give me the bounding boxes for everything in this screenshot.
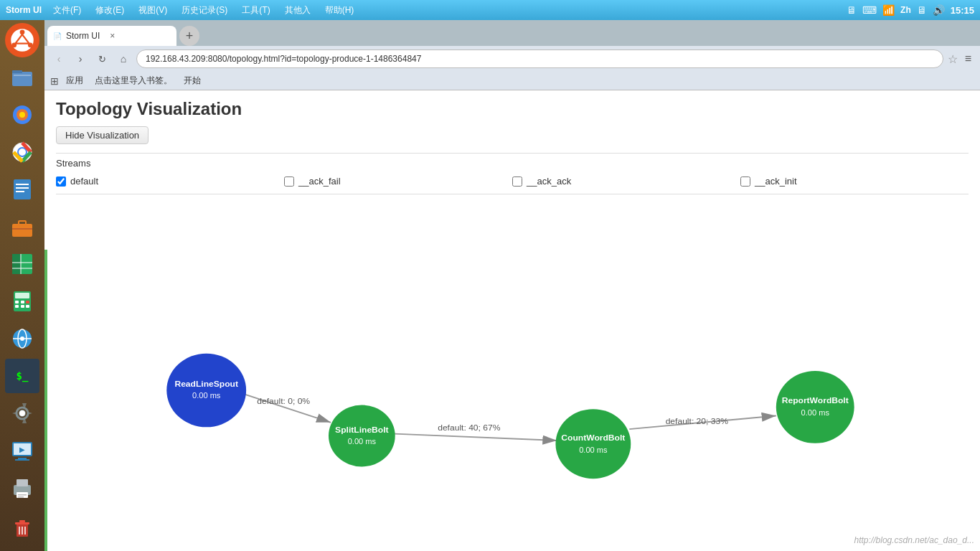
node-countwordbolt-label: CountWordBolt: [561, 433, 625, 441]
spreadsheet-icon[interactable]: [5, 247, 39, 281]
calc-icon[interactable]: [5, 284, 39, 319]
streams-checkboxes: default __ack_fail __ack_ack __ack_: [56, 173, 969, 189]
system-tray-icon: 🖥: [847, 4, 857, 16]
node-reportwordbolt-sublabel: 0.00 ms: [801, 408, 829, 417]
menu-view[interactable]: 视图(V): [136, 3, 170, 18]
home-icon: ⌂: [121, 53, 126, 65]
svg-rect-21: [12, 254, 21, 274]
terminal-icon[interactable]: $_: [5, 359, 39, 393]
stream-label-default: default: [70, 176, 98, 187]
text-editor-icon[interactable]: [5, 172, 39, 207]
trash-icon[interactable]: [5, 511, 39, 545]
node-countwordbolt[interactable]: [555, 409, 631, 479]
svg-rect-13: [14, 179, 31, 199]
svg-rect-6: [14, 75, 31, 76]
stream-label-ack-ack: __ack_ack: [527, 176, 571, 187]
stream-item-default: default: [56, 176, 284, 187]
menu-file[interactable]: 文件(F): [50, 3, 84, 18]
edge-label-2: default: 40; 67%: [438, 423, 500, 431]
menu-help[interactable]: 帮助(H): [322, 3, 357, 18]
svg-point-39: [19, 410, 25, 416]
svg-rect-48: [18, 494, 27, 496]
file-manager-icon[interactable]: [5, 60, 39, 95]
svg-rect-27: [15, 301, 19, 303]
stream-checkbox-ack-init[interactable]: [740, 176, 750, 187]
nav-bar: ‹ › ↻ ⌂ ☆ ≡: [44, 46, 980, 72]
svg-rect-26: [15, 293, 29, 298]
wifi-icon: 📶: [882, 4, 895, 16]
bookmark-import[interactable]: 点击这里导入书签。: [90, 73, 176, 88]
edge-split-count: [395, 434, 557, 441]
firefox-icon[interactable]: [5, 98, 39, 132]
bookmark-star-button[interactable]: ☆: [948, 52, 958, 66]
svg-point-36: [20, 336, 24, 341]
browser-menu-button[interactable]: ≡: [962, 52, 974, 65]
os-topbar: Storm UI 文件(F) 修改(E) 视图(V) 历史记录(S) 工具(T)…: [0, 0, 980, 20]
page-inner: Topology Visualization Hide Visualizatio…: [44, 90, 980, 250]
svg-rect-15: [16, 187, 29, 189]
svg-rect-4: [12, 72, 32, 86]
tab-title: Storm UI: [66, 31, 100, 41]
node-countwordbolt-sublabel: 0.00 ms: [579, 446, 607, 454]
bookmark-apps[interactable]: 应用: [62, 73, 88, 88]
svg-rect-18: [19, 221, 26, 225]
lang-icon: Zh: [900, 5, 911, 15]
menu-other[interactable]: 其他入: [282, 3, 314, 18]
reload-icon: ↻: [98, 54, 106, 65]
visualization-area[interactable]: default: 0; 0% default: 40; 67% default:…: [44, 250, 980, 551]
address-bar[interactable]: [136, 50, 943, 68]
new-tab-icon: +: [186, 29, 194, 44]
stream-item-ack-ack: __ack_ack: [512, 176, 740, 187]
svg-rect-46: [17, 479, 28, 486]
svg-rect-52: [19, 520, 25, 522]
node-splitlinebolt[interactable]: [329, 405, 395, 467]
page-content: Topology Visualization Hide Visualizatio…: [44, 90, 980, 551]
menu-edit[interactable]: 修改(E): [93, 3, 127, 18]
ubuntu-icon[interactable]: [5, 23, 39, 57]
menu-tools[interactable]: 工具(T): [239, 3, 273, 18]
node-splitlinebolt-sublabel: 0.00 ms: [348, 437, 376, 446]
monitor-icon: 🖥: [917, 4, 927, 16]
svg-rect-30: [15, 305, 19, 308]
stream-checkbox-ack-fail[interactable]: [284, 176, 294, 187]
stream-label-ack-init: __ack_init: [755, 176, 797, 187]
bookmark-start[interactable]: 开始: [179, 73, 205, 88]
settings-icon[interactable]: [5, 396, 39, 430]
edge-label-1: default: 0; 0%: [257, 396, 310, 405]
home-button[interactable]: ⌂: [115, 50, 132, 67]
node-readlinespout-label: ReadLineSpout: [174, 380, 238, 388]
printer-icon[interactable]: [5, 471, 39, 505]
browser-tab-active[interactable]: 📄 Storm UI ×: [47, 26, 176, 46]
svg-rect-42: [15, 459, 29, 461]
browser-window: 📄 Storm UI × + ‹ › ↻ ⌂ ☆ ≡: [44, 20, 980, 551]
reload-button[interactable]: ↻: [93, 50, 110, 67]
node-readlinespout[interactable]: [166, 354, 246, 428]
menu-history[interactable]: 历史记录(S): [179, 3, 230, 18]
stream-item-ack-fail: __ack_fail: [284, 176, 512, 187]
forward-button[interactable]: ›: [72, 50, 89, 67]
stream-item-ack-init: __ack_init: [740, 176, 969, 187]
main-area: $_ ▶ 📄 Storm UI × +: [0, 20, 980, 551]
new-tab-button[interactable]: +: [179, 26, 199, 46]
apps-grid-icon[interactable]: ⊞: [50, 75, 59, 87]
node-readlinespout-sublabel: 0.00 ms: [192, 392, 220, 400]
hide-visualization-button[interactable]: Hide Visualization: [56, 126, 149, 144]
bookmarks-bar: ⊞ 应用 点击这里导入书签。 开始: [44, 72, 980, 90]
remote-desktop-icon[interactable]: ▶: [5, 433, 39, 468]
node-reportwordbolt[interactable]: [776, 371, 854, 443]
os-app-title: Storm UI: [6, 5, 42, 15]
os-clock: 15:15: [951, 5, 974, 16]
network-icon[interactable]: [5, 321, 39, 356]
svg-rect-31: [21, 305, 24, 308]
briefcase-icon[interactable]: [5, 209, 39, 244]
tab-bar: 📄 Storm UI × +: [44, 20, 980, 46]
chromium-icon[interactable]: [5, 135, 39, 169]
stream-checkbox-ack-ack[interactable]: [512, 176, 522, 187]
back-button[interactable]: ‹: [50, 50, 67, 67]
tab-favicon: 📄: [53, 32, 62, 40]
stream-checkbox-default[interactable]: [56, 176, 66, 187]
svg-rect-28: [21, 301, 24, 303]
tab-close-button[interactable]: ×: [110, 31, 115, 41]
keyboard-icon: ⌨: [862, 4, 877, 16]
topology-svg: default: 0; 0% default: 40; 67% default:…: [47, 250, 980, 551]
